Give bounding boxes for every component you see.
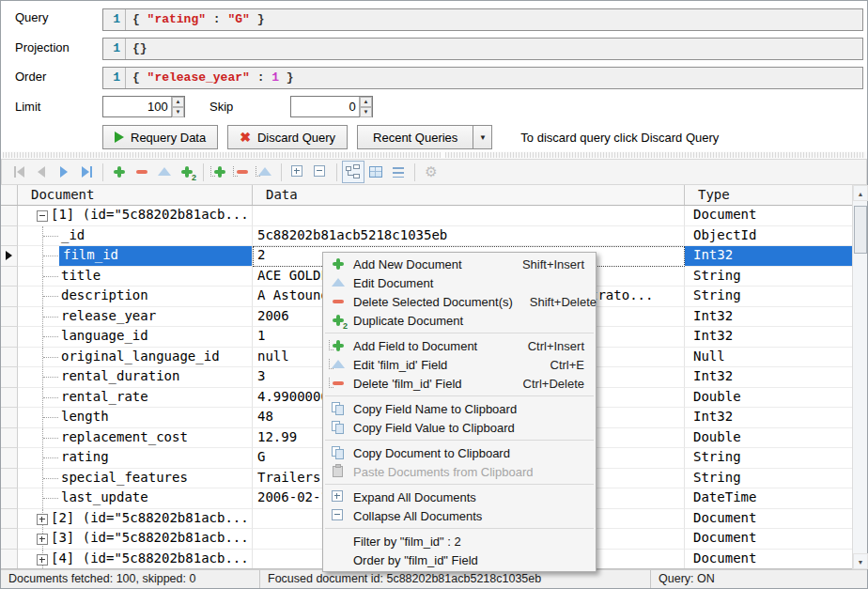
horizontal-splitter[interactable] <box>1 151 867 159</box>
field-cell[interactable]: original_language_id <box>18 348 253 368</box>
requery-data-button[interactable]: Requery Data <box>102 125 218 149</box>
menu-item-add-new-document[interactable]: Add New DocumentShift+Insert <box>323 255 596 273</box>
menu-item-copy-field-value[interactable]: Copy Field Value to Clipboard <box>323 418 596 437</box>
menu-item-add-field[interactable]: Add Field to DocumentCtrl+Insert <box>323 336 596 355</box>
type-cell[interactable]: Int32 <box>685 367 854 388</box>
first-record-button[interactable] <box>8 161 30 183</box>
type-cell[interactable]: Int32 <box>685 246 854 267</box>
field-cell[interactable]: [1] (id="5c88202b81acb... <box>18 206 253 226</box>
next-record-button[interactable] <box>53 161 75 183</box>
order-editor[interactable]: 1 { "release_year" : 1 } <box>102 67 863 89</box>
delete-field-button[interactable] <box>231 161 254 183</box>
delete-document-button[interactable] <box>131 161 153 183</box>
edit-document-button[interactable] <box>153 161 176 183</box>
field-cell[interactable]: [2] (id="5c88202b81acb... <box>18 509 253 530</box>
field-cell[interactable]: rental_rate <box>18 388 253 409</box>
recent-queries-dropdown-button[interactable]: ▼ <box>473 125 492 149</box>
type-cell[interactable]: Document <box>685 206 854 226</box>
type-cell[interactable]: String <box>685 448 854 469</box>
projection-editor[interactable]: 1 {} <box>102 38 863 60</box>
menu-item-expand-all[interactable]: Expand All Documents <box>323 488 596 506</box>
field-cell[interactable]: rating <box>18 448 253 469</box>
limit-stepper[interactable]: ▲▼ <box>102 96 185 117</box>
menu-item-delete-selected-documents[interactable]: Delete Selected Document(s)Shift+Delete <box>323 292 596 311</box>
splitter-grip[interactable] <box>445 152 865 158</box>
column-header-type[interactable]: Type <box>685 185 854 205</box>
add-document-button[interactable] <box>108 161 131 183</box>
splitter-grip[interactable] <box>3 152 441 158</box>
type-cell[interactable]: Document <box>685 509 854 530</box>
field-cell[interactable]: _id <box>18 226 253 247</box>
spin-up-icon[interactable]: ▲ <box>172 97 184 107</box>
skip-stepper[interactable]: ▲▼ <box>290 96 373 117</box>
scrollbar-thumb[interactable] <box>854 206 867 254</box>
edit-field-button[interactable] <box>254 161 276 183</box>
expand-row-icon[interactable] <box>37 514 48 525</box>
field-cell[interactable]: special_features <box>18 469 253 489</box>
projection-code[interactable]: {} <box>126 39 862 59</box>
field-cell[interactable]: replacement_cost <box>18 428 253 449</box>
type-cell[interactable]: String <box>685 469 854 489</box>
vertical-scrollbar[interactable]: ▲ ▼ <box>852 185 867 569</box>
menu-item-edit-document[interactable]: Edit Document <box>323 273 596 292</box>
query-code[interactable]: { "rating" : "G" } <box>126 9 862 30</box>
skip-input[interactable] <box>291 97 359 116</box>
column-header-data[interactable]: Data <box>253 185 685 205</box>
expand-row-icon[interactable] <box>37 534 48 545</box>
data-cell[interactable] <box>253 206 685 226</box>
query-editor[interactable]: 1 { "rating" : "G" } <box>102 8 863 31</box>
type-cell[interactable]: DateTime <box>685 488 854 509</box>
limit-spin-buttons[interactable]: ▲▼ <box>171 97 184 116</box>
field-cell[interactable]: film_id <box>18 246 253 267</box>
collapse-all-button[interactable] <box>309 161 332 183</box>
menu-item-order-by-field[interactable]: Order by "film_id" Field <box>323 550 596 569</box>
order-code[interactable]: { "release_year" : 1 } <box>126 68 862 88</box>
menu-item-duplicate-document[interactable]: 2 Duplicate Document <box>323 311 596 330</box>
text-view-button[interactable] <box>387 161 410 183</box>
type-cell[interactable]: Int32 <box>685 327 854 348</box>
field-cell[interactable]: length <box>18 408 253 428</box>
field-cell[interactable]: language_id <box>18 327 253 348</box>
field-cell[interactable]: last_update <box>18 488 253 509</box>
type-cell[interactable]: Document <box>685 529 854 550</box>
skip-spin-buttons[interactable]: ▲▼ <box>359 97 372 116</box>
add-field-button[interactable] <box>209 161 231 183</box>
field-cell[interactable]: title <box>18 267 253 287</box>
menu-item-copy-document[interactable]: Copy Document to Clipboard <box>323 443 596 462</box>
menu-item-delete-field[interactable]: Delete 'film_id' FieldCtrl+Delete <box>323 374 596 393</box>
recent-queries-button[interactable]: Recent Queries <box>357 125 473 149</box>
type-cell[interactable]: Document <box>685 550 854 570</box>
field-cell[interactable]: release_year <box>18 307 253 328</box>
menu-item-edit-field[interactable]: Edit 'film_id' FieldCtrl+E <box>323 355 596 374</box>
data-cell[interactable]: 5c88202b81acb5218c1035eb <box>253 226 685 247</box>
spin-up-icon[interactable]: ▲ <box>360 97 372 107</box>
scroll-up-button[interactable]: ▲ <box>853 185 868 201</box>
type-cell[interactable]: String <box>685 287 854 307</box>
limit-input[interactable] <box>103 97 171 116</box>
last-record-button[interactable] <box>75 161 98 183</box>
menu-item-filter-by-field[interactable]: Filter by "film_id" : 2 <box>323 532 596 550</box>
field-cell[interactable]: rental_duration <box>18 367 253 388</box>
field-cell[interactable]: [3] (id="5c88202b81acb... <box>18 529 253 550</box>
type-cell[interactable]: Int32 <box>685 307 854 328</box>
discard-query-button[interactable]: ✖Discard Query <box>227 125 348 149</box>
scroll-down-button[interactable]: ▼ <box>853 553 868 569</box>
table-row[interactable]: _id 5c88202b81acb5218c1035eb ObjectId <box>1 226 867 247</box>
tree-view-button[interactable] <box>342 161 364 183</box>
column-header-document[interactable]: Document <box>18 185 253 205</box>
spin-down-icon[interactable]: ▼ <box>172 107 184 117</box>
field-cell[interactable]: [4] (id="5c88202b81acb... <box>18 550 253 570</box>
menu-item-copy-field-name[interactable]: Copy Field Name to Clipboard <box>323 399 596 418</box>
spin-down-icon[interactable]: ▼ <box>360 107 372 117</box>
table-row[interactable]: [1] (id="5c88202b81acb... Document <box>1 206 867 226</box>
type-cell[interactable]: Double <box>685 388 854 409</box>
table-view-button[interactable] <box>364 161 387 183</box>
type-cell[interactable]: String <box>685 267 854 287</box>
type-cell[interactable]: Null <box>685 348 854 368</box>
type-cell[interactable]: Int32 <box>685 408 854 428</box>
menu-item-collapse-all[interactable]: Collapse All Documents <box>323 506 596 525</box>
collapse-row-icon[interactable] <box>37 210 48 222</box>
expand-row-icon[interactable] <box>37 554 48 566</box>
type-cell[interactable]: ObjectId <box>685 226 854 247</box>
duplicate-document-button[interactable]: 2 <box>176 161 198 183</box>
